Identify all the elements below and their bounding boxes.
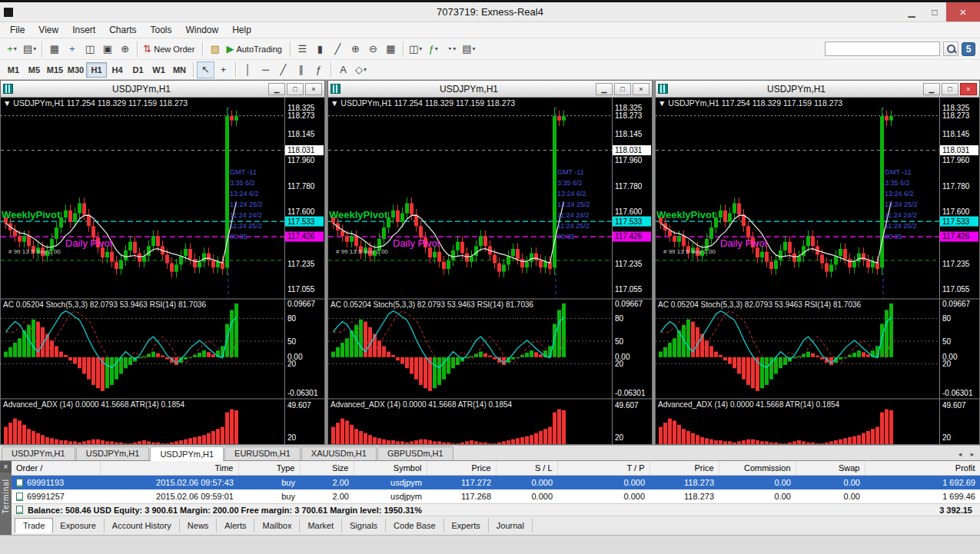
new-chart-button[interactable]: +▾ [3, 41, 21, 58]
cursor-button[interactable]: ↖ [197, 61, 214, 78]
timeframe-h1[interactable]: H1 [86, 62, 107, 78]
terminal-tab-news[interactable]: News [180, 519, 218, 532]
templates-button[interactable]: ▤▾ [460, 41, 477, 58]
timeframe-mn[interactable]: MN [169, 62, 190, 78]
column-header-commission[interactable]: Commission [719, 461, 796, 476]
zoom-in-button[interactable]: ⊕ [347, 41, 364, 58]
chart-close-button[interactable]: × [960, 83, 977, 95]
terminal-tab-exposure[interactable]: Exposure [52, 519, 104, 532]
timeframe-m1[interactable]: M1 [3, 62, 24, 78]
search-button[interactable] [943, 41, 958, 56]
menu-tools[interactable]: Tools [144, 23, 179, 37]
channel-button[interactable]: ∥ [292, 61, 310, 78]
menu-file[interactable]: File [3, 23, 32, 37]
new-order-button[interactable]: ⇅New Order [141, 41, 199, 58]
text-label-button[interactable]: A [334, 61, 352, 78]
window-close-button[interactable]: × [946, 2, 980, 22]
indicators-button[interactable]: ƒ▾ [424, 41, 442, 58]
menu-window[interactable]: Window [179, 23, 226, 37]
terminal-tab-mailbox[interactable]: Mailbox [254, 519, 300, 532]
timeframe-d1[interactable]: D1 [128, 62, 148, 78]
trendline-button[interactable]: ╱ [274, 61, 292, 78]
chart-canvas-area[interactable]: ▼ USDJPYm,H1 117.254 118.329 117.159 118… [328, 98, 652, 444]
chart-window-titlebar[interactable]: USDJPYm,H1▁□× [328, 81, 652, 98]
window-minimize-button[interactable]: ▁ [900, 2, 923, 22]
chart-minimize-button[interactable]: ▁ [596, 83, 613, 95]
column-header-swap[interactable]: Swap [796, 461, 865, 476]
timeframe-h4[interactable]: H4 [107, 62, 128, 78]
fibonacci-button[interactable]: ƒ [310, 61, 327, 78]
profiles-button[interactable]: ▤▾ [21, 41, 38, 58]
terminal-close-icon[interactable]: × [0, 461, 12, 473]
zoom-out-button[interactable]: ⊖ [364, 41, 382, 58]
chart-close-button[interactable]: × [305, 83, 322, 95]
chart-canvas-area[interactable]: ▼ USDJPYm,H1 117.254 118.329 117.159 118… [1, 98, 324, 444]
menu-help[interactable]: Help [225, 23, 258, 37]
terminal-tab-trade[interactable]: Trade [15, 518, 53, 533]
chart-tab-1[interactable]: USDJPYm,H1 [2, 446, 75, 460]
chart-restore-button[interactable]: □ [942, 83, 958, 95]
arrange-windows-button[interactable]: ◫▾ [407, 41, 424, 58]
search-input[interactable] [825, 41, 940, 56]
line-chart-mode-button[interactable]: ╱ [329, 41, 347, 58]
candlestick-mode-button[interactable]: ▮ [311, 41, 329, 58]
chart-window-titlebar[interactable]: USDJPYm,H1▁□× [1, 81, 324, 98]
bar-chart-mode-button[interactable]: ☰ [294, 41, 311, 58]
terminal-tab-account-history[interactable]: Account History [105, 519, 180, 532]
strategy-tester-button[interactable]: ⊕ [116, 41, 134, 58]
column-header-size[interactable]: Size [300, 461, 354, 476]
chart-canvas-area[interactable]: ▼ USDJPYm,H1 117.254 118.329 117.159 118… [656, 98, 979, 444]
chart-canvas[interactable]: ▼ USDJPYm,H1 117.254 118.329 117.159 118… [656, 98, 979, 444]
order-row[interactable]: 699911932015.02.06 09:57:43buy2.00usdjpy… [12, 476, 980, 490]
arrows-tool-button[interactable]: ◇▾ [352, 61, 370, 78]
chart-minimize-button[interactable]: ▁ [268, 83, 285, 95]
chart-tabs-scroll-left-icon[interactable]: ◂ [954, 448, 966, 460]
chart-restore-button[interactable]: □ [614, 83, 631, 95]
chart-tab-6[interactable]: GBPUSDm,H1 [377, 446, 453, 460]
column-header-price[interactable]: Price [649, 461, 719, 476]
metaeditor-button[interactable]: ▨ [206, 41, 224, 58]
autotrading-button[interactable]: ▶AutoTrading [224, 41, 287, 58]
column-header-s-l[interactable]: S / L [496, 461, 557, 476]
market-watch-button[interactable]: ▦ [45, 41, 63, 58]
column-header-profit[interactable]: Profit [865, 461, 980, 476]
column-header-price[interactable]: Price [427, 461, 496, 476]
navigator-button[interactable]: ◫ [81, 41, 98, 58]
terminal-tab-alerts[interactable]: Alerts [217, 519, 254, 532]
timeframe-m30[interactable]: M30 [65, 62, 86, 78]
periods-button[interactable]: ◔▾ [442, 41, 460, 58]
menu-view[interactable]: View [32, 23, 65, 37]
order-row[interactable]: 699912572015.02.06 09:59:01buy2.00usdjpy… [12, 489, 980, 503]
timeframe-w1[interactable]: W1 [148, 62, 169, 78]
terminal-tab-signals[interactable]: Signals [342, 519, 386, 532]
tile-windows-button[interactable]: ▦ [382, 41, 400, 58]
chart-tab-4[interactable]: EURUSDm,H1 [224, 446, 301, 460]
crosshair-button[interactable]: + [214, 61, 232, 78]
terminal-toggle-button[interactable]: ▣ [98, 41, 116, 58]
column-header-time[interactable]: Time [100, 461, 238, 476]
chart-canvas[interactable]: ▼ USDJPYm,H1 117.254 118.329 117.159 118… [328, 98, 652, 444]
timeframe-m5[interactable]: M5 [24, 62, 45, 78]
timeframe-m15[interactable]: M15 [45, 62, 65, 78]
column-header-t-p[interactable]: T / P [557, 461, 649, 476]
window-restore-button[interactable]: □ [923, 2, 946, 22]
chart-minimize-button[interactable]: ▁ [923, 83, 940, 95]
chart-tab-3[interactable]: USDJPYm,H1 [150, 446, 224, 461]
vertical-line-button[interactable]: │ [239, 61, 257, 78]
chart-restore-button[interactable]: □ [287, 83, 304, 95]
mql5-community-icon[interactable]: 5 [962, 42, 975, 56]
column-header-type[interactable]: Type [238, 461, 300, 476]
chart-tabs-scroll-right-icon[interactable]: ▸ [966, 448, 978, 460]
data-window-button[interactable]: + [63, 41, 81, 58]
chart-close-button[interactable]: × [633, 83, 649, 95]
chart-tab-5[interactable]: XAUUSDm,H1 [301, 446, 377, 460]
chart-canvas[interactable]: ▼ USDJPYm,H1 117.254 118.329 117.159 118… [1, 98, 324, 444]
column-header-order[interactable]: Order / [12, 461, 100, 476]
terminal-tab-journal[interactable]: Journal [489, 519, 533, 532]
terminal-tab-market[interactable]: Market [300, 519, 342, 532]
menu-insert[interactable]: Insert [65, 23, 102, 37]
column-header-symbol[interactable]: Symbol [354, 461, 427, 476]
terminal-tab-experts[interactable]: Experts [444, 519, 489, 532]
horizontal-line-button[interactable]: ─ [257, 61, 274, 78]
chart-window-titlebar[interactable]: USDJPYm,H1▁□× [656, 81, 979, 98]
